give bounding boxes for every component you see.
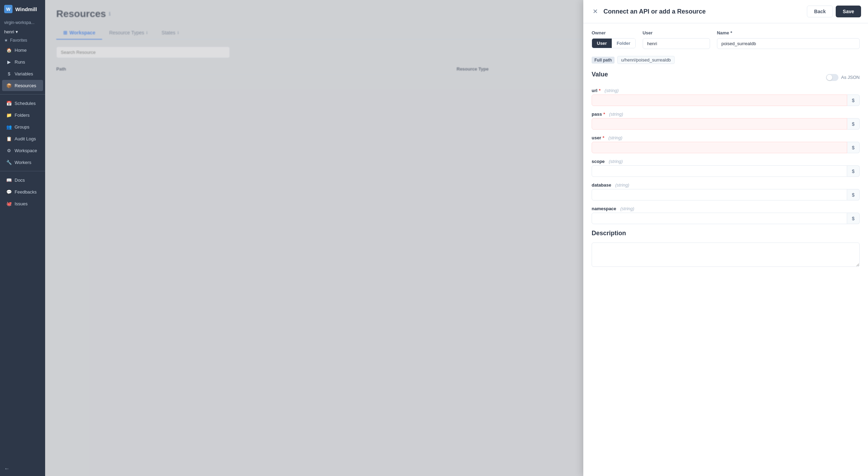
modal-body: Owner User Folder User Name * Full path … [583, 23, 868, 476]
database-input-group: $ [592, 189, 860, 200]
back-button[interactable]: Back [807, 6, 833, 17]
workers-label: Workers [15, 160, 31, 165]
namespace-dollar-button[interactable]: $ [847, 213, 860, 224]
description-section: Description [592, 230, 860, 268]
database-field-type: (string) [615, 182, 629, 188]
url-dollar-button[interactable]: $ [847, 95, 860, 106]
sidebar-logo-text: Windmill [15, 6, 37, 12]
modal-close-button[interactable]: ✕ [590, 7, 600, 16]
owner-label: Owner [592, 30, 636, 35]
database-input[interactable] [592, 189, 847, 200]
sidebar-favorites[interactable]: ★ Favorites [0, 36, 45, 44]
modal-title: Connect an API or add a Resource [603, 8, 706, 15]
url-field-row: url* (string) $ [592, 88, 860, 106]
pass-field-type: (string) [609, 112, 623, 117]
namespace-label-text: namespace [592, 206, 616, 211]
pass-field-label: pass* (string) [592, 112, 860, 117]
sidebar-item-audit-logs[interactable]: 📋 Audit Logs [2, 133, 43, 144]
user-field-group: User [643, 30, 710, 49]
sidebar-user[interactable]: henri ▾ [0, 27, 45, 36]
pass-input[interactable] [592, 118, 847, 130]
scope-field-label: scope (string) [592, 159, 860, 164]
sidebar-item-issues[interactable]: 🐙 Issues [2, 198, 43, 209]
sidebar-back-icon[interactable]: ← [4, 466, 10, 471]
url-label-text: url [592, 88, 598, 93]
scope-input[interactable] [592, 165, 847, 177]
sidebar-item-workspace[interactable]: ⚙ Workspace [2, 145, 43, 156]
modal-header: ✕ Connect an API or add a Resource Back … [583, 0, 868, 23]
pass-required-marker: * [603, 112, 605, 117]
docs-label: Docs [15, 178, 25, 183]
user-field-label: User [643, 30, 710, 35]
as-json-toggle[interactable] [826, 74, 838, 81]
pass-input-group: $ [592, 118, 860, 130]
sidebar-item-folders[interactable]: 📁 Folders [2, 109, 43, 121]
owner-section: Owner User Folder User Name * [592, 30, 860, 49]
sidebar-item-feedbacks[interactable]: 💬 Feedbacks [2, 186, 43, 197]
scope-dollar-button[interactable]: $ [847, 165, 860, 177]
full-path-value: u/henri/poised_surrealdb [617, 56, 675, 64]
user-value-input[interactable] [592, 142, 847, 153]
database-dollar-button[interactable]: $ [847, 189, 860, 200]
url-field-label: url* (string) [592, 88, 860, 93]
user-field-input[interactable] [643, 38, 710, 49]
user-name: henri [4, 29, 14, 34]
namespace-input[interactable] [592, 213, 847, 224]
variables-icon: $ [6, 71, 12, 76]
schedules-icon: 📅 [6, 100, 12, 106]
sidebar: W Windmill virgin-workspa... henri ▾ ★ F… [0, 0, 45, 476]
modal-panel: ✕ Connect an API or add a Resource Back … [583, 0, 868, 476]
sidebar-item-home[interactable]: 🏠 Home [2, 44, 43, 56]
user-value-label-text: user [592, 135, 601, 140]
close-icon: ✕ [593, 8, 598, 15]
home-label: Home [15, 48, 27, 53]
user-required-marker: * [602, 135, 604, 140]
variables-label: Variables [15, 71, 33, 76]
scope-label-text: scope [592, 159, 605, 164]
workspace-label: Workspace [15, 148, 37, 153]
namespace-input-group: $ [592, 213, 860, 224]
user-value-input-group: $ [592, 142, 860, 153]
pass-field-row: pass* (string) $ [592, 112, 860, 130]
sidebar-logo[interactable]: W Windmill [0, 0, 45, 18]
description-section-title: Description [592, 230, 860, 237]
owner-toggle: User Folder [592, 38, 636, 48]
sidebar-item-docs[interactable]: 📖 Docs [2, 174, 43, 186]
description-textarea[interactable] [592, 243, 860, 267]
groups-icon: 👥 [6, 124, 12, 130]
name-field-input[interactable] [717, 38, 860, 49]
sidebar-item-resources[interactable]: 📦 Resources [2, 80, 43, 91]
sidebar-divider-1 [0, 94, 45, 95]
save-button[interactable]: Save [836, 6, 861, 17]
resources-label: Resources [15, 83, 36, 88]
sidebar-item-schedules[interactable]: 📅 Schedules [2, 98, 43, 109]
user-value-field-type: (string) [608, 135, 622, 140]
sidebar-item-workers[interactable]: 🔧 Workers [2, 157, 43, 168]
user-toggle-btn[interactable]: User [592, 39, 612, 48]
namespace-field-type: (string) [620, 206, 634, 211]
issues-label: Issues [15, 201, 28, 206]
folder-toggle-btn[interactable]: Folder [612, 39, 635, 48]
folders-label: Folders [15, 113, 30, 118]
sidebar-item-groups[interactable]: 👥 Groups [2, 121, 43, 132]
sidebar-workspace[interactable]: virgin-workspa... [0, 18, 45, 27]
url-input[interactable] [592, 95, 847, 106]
url-input-group: $ [592, 95, 860, 106]
value-section-title: Value [592, 71, 608, 78]
sidebar-item-runs[interactable]: ▶ Runs [2, 56, 43, 67]
star-icon: ★ [4, 38, 8, 43]
toggle-knob [827, 75, 832, 80]
sidebar-item-variables[interactable]: $ Variables [2, 68, 43, 79]
runs-icon: ▶ [6, 59, 12, 65]
user-caret-icon: ▾ [16, 29, 18, 34]
value-section: Value As JSON url* (string) $ [592, 71, 860, 224]
user-value-dollar-button[interactable]: $ [847, 142, 860, 153]
full-path-row: Full path u/henri/poised_surrealdb [592, 56, 860, 64]
database-label-text: database [592, 182, 611, 188]
pass-dollar-button[interactable]: $ [847, 118, 860, 130]
audit-logs-label: Audit Logs [15, 136, 36, 141]
folders-icon: 📁 [6, 112, 12, 118]
scope-field-row: scope (string) $ [592, 159, 860, 177]
resources-icon: 📦 [6, 83, 12, 88]
sidebar-divider-2 [0, 171, 45, 171]
